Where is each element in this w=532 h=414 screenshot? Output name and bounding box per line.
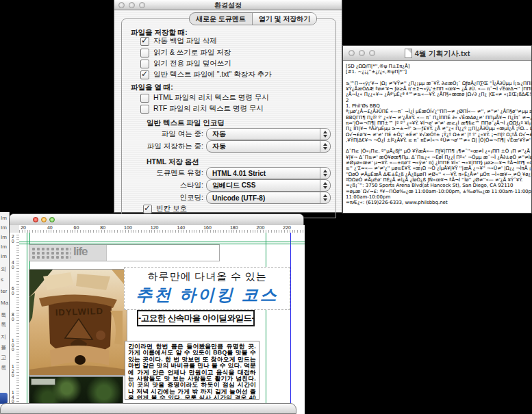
section-heading-encoding: 일반 텍스트 파일 인코딩: [147, 118, 225, 128]
ruler-number: 80: [94, 225, 105, 230]
window-title: 환경설정: [114, 1, 342, 10]
masthead-frame[interactable]: life: [29, 244, 220, 261]
popup-label: 스타일:: [180, 181, 203, 190]
ruler-number: 60: [68, 225, 79, 230]
save-encoding-popup[interactable]: 자동: [206, 140, 331, 153]
style-popup[interactable]: 임베디드 CSS: [206, 179, 331, 192]
open-encoding-popup[interactable]: 자동: [206, 128, 331, 140]
popup-row: 스타일: 임베디드 CSS: [114, 180, 343, 191]
tab-open-save[interactable]: 열기 및 저장하기: [252, 13, 317, 25]
popup-value: Unicode (UTF-8): [207, 194, 320, 202]
layout-window-titlebar[interactable]: [10, 214, 303, 226]
section-heading-html: HTML 저장 옵션: [147, 157, 199, 167]
checkbox-txt-extension[interactable]: [140, 70, 149, 79]
text-line: ≥'' ¿'Σ≈«— ≠'≠'¿'' μø≥É¥Ÿ. «œ¡Ω ¬Ó ¿ÍμÅ¥…: [346, 166, 531, 171]
checkbox-row: 빈칸 보호: [143, 204, 187, 214]
palette-text-fragment: s: [1, 276, 3, 283]
tab-new-document[interactable]: 새로운 도큐멘트: [190, 13, 252, 25]
checkbox-ignore-rtf-rich[interactable]: [140, 105, 149, 114]
headline-frame[interactable]: 하루만에 다녀올 수 있는 추천 하이킹 코스: [124, 267, 290, 310]
margin-guide-horizontal: [19, 242, 305, 242]
palette-text-fragment: 을: [1, 344, 6, 351]
layout-canvas[interactable]: life IDYLWILD: [19, 233, 305, 414]
popup-arrows-icon: [320, 141, 330, 152]
checkbox-label: 자동 백업 파일 삭제: [153, 36, 217, 46]
ruler-number: 4 0: [12, 261, 16, 270]
checkbox-label: 읽기 전용 파일 덮어쓰기: [153, 59, 231, 68]
text-line: ¿Å¬Í¿« Π¿¿«¥¬ ¿Åª'μÉ¿ª ª™≠≥«—¥Ÿ. ¿ÅΠ§«œœ…: [346, 92, 531, 97]
tab-bar: 새로운 도큐멘트 열기 및 저장하기: [189, 12, 317, 25]
text-line: ''ΩøÓ ≠ÅμÉæÅ ∆Æ±Ê¿ß ¿Å¿ßμøΠ ≠Ø«'' «—¥Ÿ. …: [346, 172, 531, 177]
checkbox-preserve-blank[interactable]: [143, 205, 152, 214]
popup-arrows-icon: [320, 129, 330, 140]
ruler-number: 6 0: [12, 287, 16, 296]
text-line: ¥|¥¬ Δ¯Π≥≠' æÓ¥øœ¶Πμ. Δ¯Π≥¿« ¬ÉøÏ Π¿¿Í Π…: [346, 155, 531, 160]
checkbox-label: HTML 파일의 리치 텍스트 명령 무시: [153, 93, 269, 103]
body-text-frame[interactable]: 간이라면 한번 쯤은 들어봤을만큼 유명한 곳. 가게 이름에서도 알 수 있듯…: [125, 341, 259, 400]
text-line: [346, 75, 531, 81]
ruler-number: 180: [227, 225, 238, 230]
checkbox-save-readwrite[interactable]: [140, 49, 149, 57]
window-title: 4월 기획기사.txt: [415, 49, 470, 59]
forest-photo-sign: [31, 378, 55, 385]
text-line: =øμæ˙Ω√¬£: ª¥~ΠÒø‰¿œ 11:00am-10:00pm, ±‰…: [346, 189, 531, 194]
popup-arrows-icon: [320, 192, 330, 203]
popup-value: 자동: [207, 129, 320, 139]
checkbox-row: RTF 파일의 리치 텍스트 명령 무시: [140, 104, 264, 114]
checkbox-label: RTF 파일의 리치 텍스트 명령 무시: [153, 104, 264, 114]
background-window-titlebar[interactable]: [0, 403, 296, 414]
preferences-window: 환경설정 새로운 도큐멘트 열기 및 저장하기 파일을 저장할 때: 자동 백업…: [114, 0, 342, 213]
headline-big: 추천 하이킹 코스: [125, 284, 290, 306]
checkbox-ignore-html-rich[interactable]: [140, 94, 149, 103]
palette-text-fragment: ter: [1, 288, 7, 294]
popup-label: 인코딩:: [180, 193, 203, 203]
text-document-window: 4월 기획기사.txt [SD ¿ΩΩ/Π|*'',®ψ Π±Σπ¿Å][#1.…: [342, 45, 532, 214]
ruler-number: 200: [253, 225, 264, 230]
preferences-titlebar[interactable]: 환경설정: [114, 0, 342, 10]
text-line: ≥™Π¬«ÿ¡'¥¬ |Ω¡ ≠'¥Ÿ≠'' ¿Π¿¡μμ æ¯¥Ÿ. ∂≤æÓ…: [346, 81, 531, 86]
logo-dots-pattern: [31, 247, 71, 259]
text-line: =¿ß¡ˆ'': 3750 Sports Arena Blvd(at Hanco…: [346, 183, 531, 188]
text-line: BBQΓΠ¶ Π¿Íº º' ¿«¥¬ ≠'¿Å¥Ÿ. «— π¯ Π¿ÍΠΠÉ…: [346, 115, 531, 120]
ruler-number: 220: [280, 225, 291, 230]
palette-text-fragment: Im: [1, 215, 7, 221]
carved-text: IDYLWILD: [55, 306, 104, 318]
text-line: Δ¯Π≥ |Ó«¡Π≥. º''μÅ¿ßƒ° μÓ ¥ŸæÅ«— Πƒ¥|ΓΠ¶…: [346, 148, 531, 154]
ruler-number: 2 0: [12, 235, 16, 244]
popup-label: 도큐멘트 유형:: [156, 168, 203, 178]
popup-label: 파일 여는 중:: [162, 129, 203, 139]
text-line: 11:00am-10:00pm: [346, 194, 531, 200]
ruler-number: 140: [174, 225, 185, 230]
ruler-number: 160: [201, 225, 212, 230]
text-window-titlebar[interactable]: 4월 기획기사.txt: [343, 46, 531, 61]
ruler-number: 120: [148, 225, 159, 230]
zoom-button[interactable]: [49, 217, 55, 222]
minimize-button[interactable]: [41, 217, 47, 222]
page-layout-window: 20406080100120140160180200220 2 04 06 08…: [9, 214, 304, 414]
palette-blue-icon: [0, 393, 8, 404]
close-button[interactable]: [33, 217, 38, 222]
ruler-number: 1 2 0: [12, 365, 16, 378]
checkbox-label: 읽기 & 쓰기로 파일 저장: [153, 48, 231, 57]
popup-label: 파일 저장하는 중:: [147, 142, 203, 151]
popup-row: 인코딩: Unicode (UTF-8): [114, 192, 343, 203]
html-encoding-popup[interactable]: Unicode (UTF-8): [206, 192, 331, 204]
checkbox-label: 일반 텍스트 파일에 ".txt" 확장자 추가: [153, 70, 272, 79]
page-guide-vertical: [290, 233, 291, 414]
text-editor-area[interactable]: [SD ¿ΩΩ/Π|*'',®ψ Π±Σπ¿Å][#1. ~¿¡¿''±¿/¿«…: [343, 61, 531, 213]
ruler-number: 8 0: [12, 313, 16, 322]
palette-text-fragment: Ma: [1, 300, 8, 306]
palette-text-fragment: Im: [1, 253, 7, 259]
checkbox-row: HTML 파일의 리치 텍스트 명령 무시: [140, 93, 269, 103]
subtitle-frame[interactable]: -고요한 산속마을 아이딜와일드-: [137, 310, 255, 326]
ruler-number: 100: [121, 225, 132, 230]
ruler-number: 1 0 0: [12, 339, 16, 352]
popup-value: 임베디드 CSS: [207, 181, 320, 190]
checkbox-delete-backup[interactable]: [140, 37, 149, 46]
idyllwild-carving-photo[interactable]: IDYLWILD: [29, 269, 127, 376]
checkbox-row: 일반 텍스트 파일에 ".txt" 확장자 추가: [140, 70, 272, 79]
popup-arrows-icon: [320, 168, 330, 179]
document-type-popup[interactable]: HTML 4.01 Strict: [206, 167, 331, 179]
popup-value: HTML 4.01 Strict: [207, 170, 320, 177]
checkbox-overwrite-readonly[interactable]: [140, 60, 149, 68]
